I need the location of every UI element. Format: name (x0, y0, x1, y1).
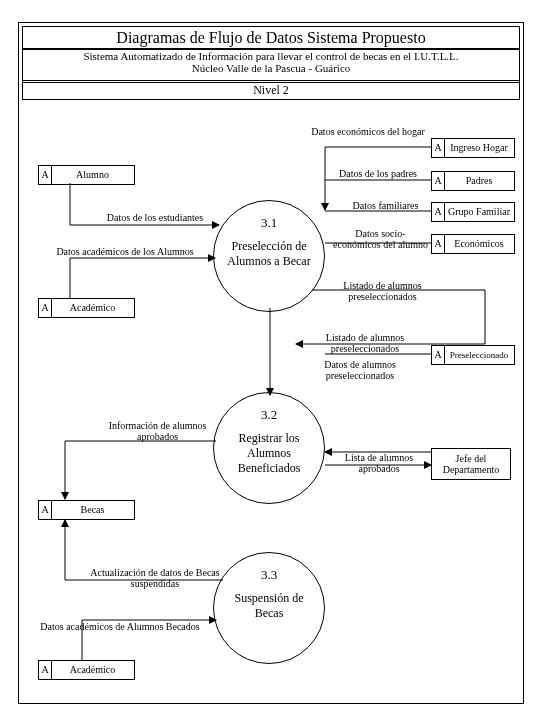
store-preseleccionado: A Preseleccionado (431, 345, 515, 365)
store-economicos: A Económicos (431, 234, 515, 254)
flow-listado-presel2: Listado de alumnos preseleccionados (310, 332, 420, 354)
store-ingreso-hogar-label: Ingreso Hogar (444, 139, 514, 157)
flow-datos-acad-becados: Datos académicos de Alumnos Becados (40, 621, 200, 632)
store-grupo-familiar: A Grupo Familiar (431, 202, 515, 222)
store-becas-label: Becas (51, 501, 134, 519)
process-3-1-name: Preselección de Alumnos a Becar (214, 239, 324, 269)
flow-info-aprobados: Información de alumnos aprobados (95, 420, 220, 442)
store-academico2: A Académico (38, 660, 135, 680)
flow-listado-presel1: Listado de alumnos preseleccionados (330, 280, 435, 302)
store-grupo-familiar-label: Grupo Familiar (444, 203, 514, 221)
store-becas: A Becas (38, 500, 135, 520)
flow-datos-econ-hogar: Datos económicos del hogar (298, 126, 438, 137)
process-3-2: 3.2 Registrar los Alumnos Beneficiados (213, 392, 325, 504)
diagram-page: Diagramas de Flujo de Datos Sistema Prop… (0, 0, 540, 720)
store-alumno-label: Alumno (51, 166, 134, 184)
store-academico-label: Académico (51, 299, 134, 317)
process-3-2-name: Registrar los Alumnos Beneficiados (214, 431, 324, 476)
store-economicos-label: Económicos (444, 235, 514, 253)
store-padres-label: Padres (444, 172, 514, 190)
flow-datos-socio-econ: Datos socio-económicos del alumno (333, 228, 428, 250)
process-3-3-name: Suspensión de Becas (214, 591, 324, 621)
store-academico2-label: Académico (51, 661, 134, 679)
flow-lista-aprobados: Lista de alumnos aprobados (333, 452, 425, 474)
process-3-1: 3.1 Preselección de Alumnos a Becar (213, 200, 325, 312)
store-preseleccionado-label: Preseleccionado (444, 346, 514, 364)
flow-datos-academicos-alumnos: Datos académicos de los Alumnos (40, 246, 210, 257)
store-academico: A Académico (38, 298, 135, 318)
process-3-1-num: 3.1 (214, 215, 324, 231)
flow-datos-estudiantes: Datos de los estudiantes (90, 212, 220, 223)
store-ingreso-hogar: A Ingreso Hogar (431, 138, 515, 158)
flow-datos-padres: Datos de los padres (328, 168, 428, 179)
store-alumno: A Alumno (38, 165, 135, 185)
flow-actualizacion-becas: Actualización de datos de Becas suspendi… (70, 567, 240, 589)
process-3-2-num: 3.2 (214, 407, 324, 423)
entity-jefe-departamento: Jefe del Departamento (431, 448, 511, 480)
flow-datos-presel: Datos de alumnos preseleccionados (300, 359, 420, 381)
store-padres: A Padres (431, 171, 515, 191)
flow-datos-familiares: Datos familiares (343, 200, 428, 211)
